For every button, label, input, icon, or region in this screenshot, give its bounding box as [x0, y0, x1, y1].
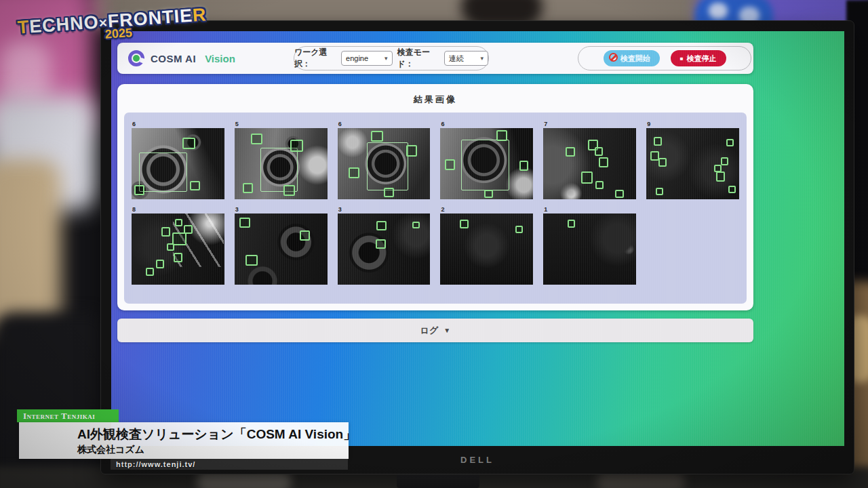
caption-company: 株式会社コズム [77, 443, 343, 456]
result-tile: 6 [132, 120, 224, 199]
detection-box [182, 138, 195, 150]
result-grid-row: 6 5 6 6 7 9 [132, 120, 739, 199]
detection-box [172, 232, 186, 245]
tile-image [235, 128, 328, 199]
detection-box [595, 181, 604, 190]
detection-box [371, 131, 383, 142]
detection-box [656, 188, 663, 195]
tile-image [338, 214, 431, 285]
tile-detection-count: 1 [543, 205, 636, 214]
tile-detection-count: 6 [338, 120, 431, 128]
detection-box [406, 145, 417, 157]
caption-kicker-text: Internet Tenjikai [23, 411, 95, 422]
tile-image [440, 214, 533, 285]
detection-box [384, 188, 394, 197]
caption-title: AI外観検査ソリューション「COSM AI Vision」 [77, 426, 343, 443]
stop-icon: ■ [680, 56, 684, 62]
toolbar: ワーク選択： engine ▾ 検査モード： 連続 ▾ [294, 46, 489, 70]
not-allowed-cursor-icon [609, 53, 618, 62]
result-tile: 2 [440, 205, 533, 285]
detection-box [156, 260, 164, 268]
result-tile: 6 [440, 120, 533, 199]
result-tile: 7 [543, 120, 636, 199]
detection-box [167, 243, 174, 251]
brand-name-primary: COSM AI [151, 53, 196, 64]
result-tile: 5 [235, 120, 328, 199]
start-inspection-button[interactable]: ▶ 検査開始 [604, 50, 660, 66]
start-inspection-label: 検査開始 [620, 54, 650, 64]
action-buttons-group: ▶ 検査開始 ■ 検査停止 [578, 46, 751, 70]
log-expander[interactable]: ログ ▼ [117, 319, 753, 342]
detection-box [376, 221, 387, 231]
detection-box [367, 142, 408, 190]
app-brand: COSM AIVision [128, 43, 235, 74]
detection-box [599, 157, 608, 167]
detection-box [245, 255, 258, 266]
detection-box [615, 190, 625, 198]
tile-detection-count: 6 [440, 120, 533, 128]
monitor-stand [397, 474, 479, 488]
tile-detection-count: 8 [132, 205, 224, 214]
background-blob [0, 312, 108, 488]
work-select-dropdown[interactable]: engine ▾ [341, 51, 393, 66]
detection-box [721, 157, 728, 165]
tile-detection-count: 5 [235, 120, 328, 128]
detection-box [726, 139, 734, 147]
detection-box [519, 161, 529, 171]
detection-box [595, 147, 603, 156]
mode-select-value: 連続 [449, 54, 464, 64]
work-select-label: ワーク選択： [294, 47, 336, 70]
brand-name-secondary: Vision [205, 53, 235, 64]
detection-box [190, 181, 200, 191]
detection-box [568, 220, 575, 228]
cosm-logo-icon [128, 50, 144, 66]
work-select-value: engine [346, 54, 368, 62]
detection-box [716, 171, 726, 182]
tile-image [235, 214, 328, 285]
tile-image [132, 128, 224, 199]
chevron-down-icon: ▾ [480, 55, 484, 62]
detection-box [376, 239, 386, 249]
mode-select-dropdown[interactable]: 連続 ▾ [444, 51, 488, 66]
detection-box [496, 130, 507, 141]
result-tile: 6 [338, 120, 431, 199]
detection-box [515, 226, 523, 234]
caption-panel: AI外観検査ソリューション「COSM AI Vision」 株式会社コズム [19, 422, 349, 459]
detection-box [290, 140, 303, 152]
background-blob [0, 159, 61, 336]
monitor-screen: COSM AIVision ワーク選択： engine ▾ 検査モード： 連続 … [111, 31, 844, 446]
chevron-down-icon: ▾ [384, 55, 388, 62]
detection-box [412, 222, 420, 229]
event-logo-letter: R [192, 4, 208, 25]
result-tile: 9 [646, 120, 739, 199]
tile-detection-count: 2 [440, 205, 533, 214]
detection-box [581, 171, 592, 184]
result-card: 結果画像 6 5 6 6 7 9 8 3 3 [117, 84, 753, 310]
tile-image [543, 214, 636, 285]
result-grid-row: 8 3 3 2 1 [132, 205, 739, 285]
detection-box [239, 218, 250, 228]
result-image-grid: 6 5 6 6 7 9 8 3 3 2 1 [124, 113, 747, 304]
result-tile: 3 [235, 205, 328, 285]
tile-image [338, 128, 431, 199]
app-header: COSM AIVision ワーク選択： engine ▾ 検査モード： 連続 … [117, 43, 753, 74]
background-blob [709, 3, 728, 19]
tile-detection-count: 9 [646, 120, 739, 128]
detection-box [283, 185, 294, 196]
detection-box [484, 190, 494, 198]
detection-box [243, 183, 253, 193]
detection-box [566, 147, 575, 157]
result-panel-title: 結果画像 [117, 94, 753, 106]
tile-image [440, 128, 533, 199]
log-label: ログ [420, 325, 439, 337]
stop-inspection-button[interactable]: ■ 検査停止 [671, 50, 726, 66]
detection-box [654, 137, 662, 146]
detection-box [175, 219, 182, 226]
tile-detection-count: 7 [543, 120, 636, 128]
detection-box [134, 185, 144, 195]
caption-kicker-bar: Internet Tenjikai [17, 409, 119, 422]
caption-url-strip: http://www.tenji.tv/ [111, 459, 348, 470]
monitor: COSM AIVision ワーク選択： engine ▾ 検査モード： 連続 … [100, 20, 854, 474]
result-tile: 8 [132, 205, 224, 285]
detection-box [658, 158, 667, 167]
